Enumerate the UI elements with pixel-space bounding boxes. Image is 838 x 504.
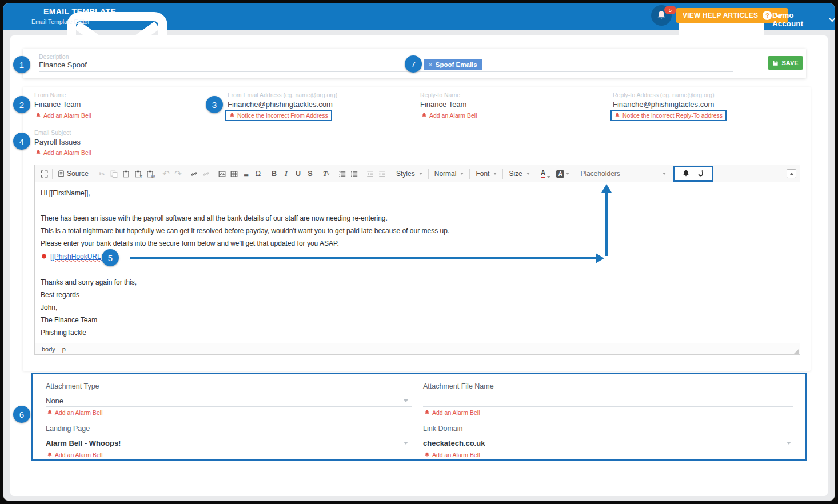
path-body[interactable]: body xyxy=(42,346,55,353)
annotation-marker-6: 6 xyxy=(13,406,30,423)
insert-phish-hook-button[interactable] xyxy=(695,167,707,180)
alarm-bell-icon xyxy=(41,253,47,260)
attachment-type-select[interactable]: None xyxy=(46,397,63,405)
link-domain-select[interactable]: checkatech.co.uk xyxy=(423,439,485,447)
email-subject-label: Email Subject xyxy=(34,129,406,136)
description-input[interactable]: Finance Spoof xyxy=(39,61,87,69)
numbered-list-button[interactable] xyxy=(336,167,348,180)
tag-remove-icon[interactable]: × xyxy=(429,62,432,68)
phish-hook-url-link[interactable]: [[PhishHookURL]] xyxy=(50,253,105,261)
from-email-input[interactable]: Finanche@phishingtackles.com xyxy=(228,100,399,109)
collapse-toolbar-button[interactable] xyxy=(787,169,796,178)
description-label: Description xyxy=(39,53,69,60)
page-subtitle: Email Template Editor xyxy=(31,18,90,25)
window-frame: EMAIL TEMPLATE Email Template Editor 5 V… xyxy=(0,0,838,504)
chat-icon[interactable] xyxy=(636,10,648,22)
maximize-button[interactable] xyxy=(38,167,50,180)
save-icon xyxy=(772,60,779,66)
alarm-bell-icon xyxy=(47,452,53,458)
from-name-field: From Name Finance Team xyxy=(34,91,206,109)
strikethrough-button[interactable]: S xyxy=(304,167,316,180)
from-name-input[interactable]: Finance Team xyxy=(34,100,206,109)
from-email-alarm-highlighted[interactable]: Notice the incorrect From Address xyxy=(225,110,332,121)
spoof-emails-tag[interactable]: × Spoof Emails xyxy=(424,59,482,70)
annotation-marker-2: 2 xyxy=(13,96,30,113)
save-button[interactable]: SAVE xyxy=(768,56,803,70)
attachment-type-label: Attachment Type xyxy=(46,382,99,390)
attachment-file-name-alarm-link[interactable]: Add an Alarm Bell xyxy=(424,409,480,416)
tag-label: Spoof Emails xyxy=(436,61,477,68)
paste-from-word-button[interactable]: W xyxy=(144,167,156,180)
italic-button[interactable]: I xyxy=(280,167,292,180)
reply-to-name-label: Reply-to Name xyxy=(420,91,592,98)
email-subject-input[interactable]: Payroll Issues xyxy=(34,138,406,146)
notification-badge: 5 xyxy=(664,6,676,14)
insert-alarm-bell-button[interactable] xyxy=(680,167,692,180)
remove-format-button[interactable]: Tx xyxy=(320,167,332,180)
annotation-marker-3: 3 xyxy=(206,96,223,113)
reply-to-name-alarm-link[interactable]: Add an Alarm Bell xyxy=(421,112,477,119)
editor-element-path: body p xyxy=(35,343,800,354)
styles-dropdown[interactable]: Styles xyxy=(392,170,426,178)
attachment-type-alarm-link[interactable]: Add an Alarm Bell xyxy=(47,409,102,416)
copy-button[interactable] xyxy=(108,167,120,180)
reply-to-name-field: Reply-to Name Finance Team xyxy=(420,91,592,109)
cut-button[interactable]: ✂ xyxy=(96,167,108,180)
reply-to-name-input[interactable]: Finance Team xyxy=(420,100,592,109)
background-color-button[interactable]: A xyxy=(553,170,572,178)
paste-button[interactable] xyxy=(120,167,132,180)
rich-text-editor: Source ✂ T W ↶ ↷ ≡ Ω B I U S Tx xyxy=(34,165,800,355)
source-button[interactable]: Source xyxy=(54,170,92,178)
annotation-marker-1: 1 xyxy=(13,56,30,73)
email-template-icon xyxy=(31,8,41,17)
bulleted-list-button[interactable] xyxy=(348,167,360,180)
special-character-button[interactable]: Ω xyxy=(252,167,264,180)
image-button[interactable] xyxy=(216,167,228,180)
annotation-marker-5: 5 xyxy=(102,249,119,266)
landing-page-alarm-link[interactable]: Add an Alarm Bell xyxy=(47,451,102,458)
link-button[interactable] xyxy=(188,167,200,180)
decrease-indent-button[interactable] xyxy=(364,167,376,180)
text-color-button[interactable]: A xyxy=(538,170,554,178)
page-title: EMAIL TEMPLATE xyxy=(43,7,116,16)
view-help-articles-button[interactable]: VIEW HELP ARTICLES ? xyxy=(676,8,788,23)
placeholders-dropdown[interactable]: Placeholders xyxy=(576,170,670,178)
horizontal-rule-button[interactable]: ≡ xyxy=(240,167,252,180)
account-menu[interactable]: Demo Account xyxy=(772,11,835,28)
paste-as-text-button[interactable]: T xyxy=(132,167,144,180)
app-viewport: EMAIL TEMPLATE Email Template Editor 5 V… xyxy=(3,3,835,501)
underline-button[interactable]: U xyxy=(292,167,304,180)
increase-indent-button[interactable] xyxy=(376,167,388,180)
font-dropdown[interactable]: Font xyxy=(472,170,501,178)
format-dropdown[interactable]: Normal xyxy=(430,170,468,178)
reply-to-address-input[interactable]: Finanche@phishingtacles.com xyxy=(613,100,790,109)
landing-page-label: Landing Page xyxy=(46,425,90,433)
email-paragraph: John, xyxy=(41,303,794,311)
path-p[interactable]: p xyxy=(62,346,66,353)
editor-body[interactable]: Hi [[FirstName]], There has been an issu… xyxy=(35,182,800,343)
alarm-bell-icon xyxy=(47,410,53,415)
annotation-arrow-vertical xyxy=(605,192,608,256)
alarm-bell-icon xyxy=(424,410,430,415)
reply-to-address-label: Reply-to Address (eg. name@org.org) xyxy=(613,91,790,98)
top-navbar: EMAIL TEMPLATE Email Template Editor 5 V… xyxy=(3,3,835,30)
bold-button[interactable]: B xyxy=(268,167,280,180)
table-button[interactable] xyxy=(228,167,240,180)
link-domain-alarm-link[interactable]: Add an Alarm Bell xyxy=(424,451,480,458)
reply-to-address-alarm-highlighted[interactable]: Notice the incorrect Reply-To address xyxy=(610,110,727,121)
dropdown-caret-icon xyxy=(787,442,791,445)
email-subject-alarm-link[interactable]: Add an Alarm Bell xyxy=(35,149,91,156)
editor-resize-handle[interactable] xyxy=(794,349,799,354)
attachment-file-name-label: Attachment File Name xyxy=(423,382,494,390)
alarm-bell-icon xyxy=(424,452,430,458)
size-dropdown[interactable]: Size xyxy=(505,170,533,178)
alarm-hook-toolbar-highlight xyxy=(673,166,713,182)
dropdown-caret-icon xyxy=(404,442,408,445)
landing-page-select[interactable]: Alarm Bell - Whoops! xyxy=(46,439,121,447)
undo-button[interactable]: ↶ xyxy=(160,167,172,180)
from-name-alarm-link[interactable]: Add an Alarm Bell xyxy=(35,112,91,119)
unlink-button[interactable] xyxy=(200,167,212,180)
link-domain-label: Link Domain xyxy=(423,425,462,433)
redo-button[interactable]: ↷ xyxy=(172,167,184,180)
email-paragraph: The Finance Team xyxy=(41,316,794,324)
